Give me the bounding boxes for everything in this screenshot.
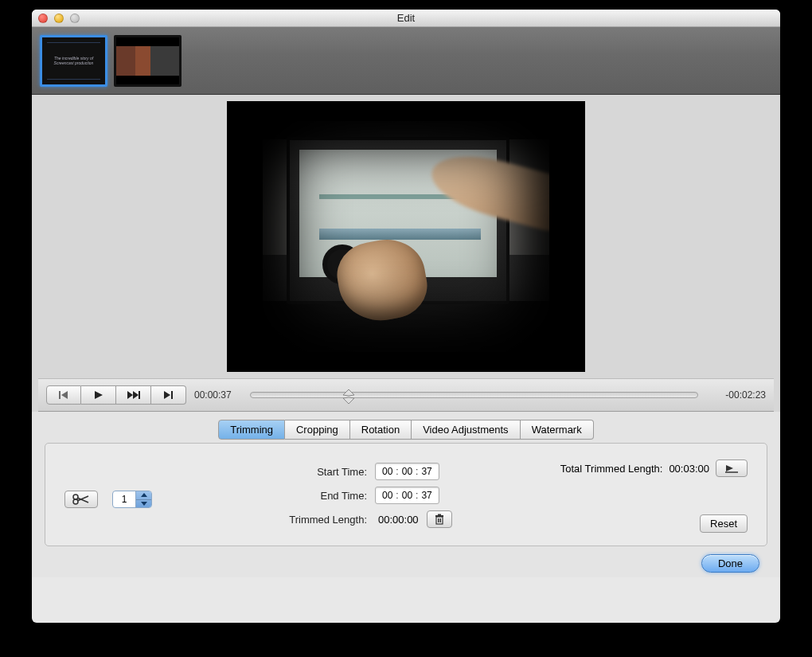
add-trim-segment-button[interactable] [64,491,98,508]
trimmed-length-value: 00:00:00 [375,514,419,526]
end-hh: 00 [382,490,392,501]
skip-back-icon [58,390,69,400]
remaining-time-label: -00:02:23 [706,389,766,401]
minimize-window-button[interactable] [54,14,64,23]
preview-trim-button[interactable] [716,460,748,477]
delete-segment-button[interactable] [427,510,452,528]
svg-point-11 [73,499,78,504]
timeline-slider[interactable] [250,392,698,398]
start-time-label: Start Time: [248,466,375,478]
svg-marker-2 [95,391,103,399]
scissors-icon [72,494,90,505]
transport-buttons [46,385,186,405]
window-title: Edit [32,12,780,24]
editor-tabs-panel: Trimming Cropping Rotation Video Adjustm… [32,412,780,577]
total-trimmed-length-label: Total Trimmed Length: [560,463,663,475]
svg-rect-7 [171,391,173,399]
end-ss: 37 [421,490,431,501]
edit-window: Edit The incredible story of Screencast … [32,10,780,623]
svg-marker-8 [343,389,354,396]
clip-thumbnail-1-preview: The incredible story of Screencast produ… [47,42,100,80]
segment-stepper-value: 1 [113,491,135,507]
segment-stepper[interactable]: 1 [112,491,152,508]
video-preview-area: 00:00:37 -00:02:23 [32,95,780,412]
play-preview-icon [724,463,740,473]
segment-stepper-up[interactable] [136,491,151,500]
next-frame-button[interactable] [116,385,151,405]
start-hh: 00 [382,466,392,477]
timeline-playhead[interactable] [340,388,357,405]
editor-tabs: Trimming Cropping Rotation Video Adjustm… [38,420,774,440]
clip-thumbnail-2-preview [116,37,179,84]
svg-rect-18 [435,515,443,517]
tab-watermark[interactable]: Watermark [521,420,594,440]
titlebar: Edit [32,10,780,27]
reset-button[interactable]: Reset [700,514,748,533]
play-button[interactable] [81,385,116,405]
next-frame-icon [127,390,141,400]
start-time-input[interactable]: 00: 00: 37 [375,463,439,480]
end-time-label: End Time: [248,490,375,502]
video-preview-frame [227,101,585,372]
trash-icon [434,514,445,525]
svg-marker-4 [133,391,139,399]
svg-point-10 [73,495,78,499]
clip-thumbnail-2[interactable] [114,35,182,87]
svg-marker-6 [164,391,170,399]
close-window-button[interactable] [38,14,48,23]
trimming-panel: 1 Start Time: 00: 00: 37 [45,443,767,546]
skip-end-button[interactable] [151,385,186,405]
play-icon [94,390,103,400]
tab-trimming[interactable]: Trimming [218,420,285,440]
total-trimmed-length-value: 00:03:00 [669,463,709,475]
trimmed-length-label: Trimmed Length: [248,514,375,526]
playback-controls: 00:00:37 -00:02:23 [38,378,774,412]
svg-marker-9 [343,397,354,404]
end-time-input[interactable]: 00: 00: 37 [375,487,439,504]
clip-thumbnail-strip: The incredible story of Screencast produ… [32,27,780,95]
video-preview-content [263,121,549,352]
segment-stepper-down[interactable] [136,500,151,508]
svg-rect-19 [438,514,441,516]
svg-marker-20 [726,465,733,471]
tab-video-adjustments[interactable]: Video Adjustments [412,420,520,440]
done-button[interactable]: Done [701,554,759,573]
skip-forward-icon [163,390,174,400]
svg-marker-3 [127,391,133,399]
window-controls [32,14,80,23]
svg-marker-1 [61,391,68,399]
total-length-group: Total Trimmed Length: 00:03:00 [560,460,748,477]
tab-rotation[interactable]: Rotation [350,420,412,440]
start-ss: 37 [421,466,431,477]
svg-rect-0 [59,391,61,399]
dialog-footer: Done [38,546,774,573]
tab-cropping[interactable]: Cropping [285,420,350,440]
start-mm: 00 [402,466,412,477]
svg-rect-5 [139,391,140,399]
current-time-label: 00:00:37 [194,389,242,401]
end-mm: 00 [402,490,412,501]
prev-frame-button[interactable] [46,385,81,405]
clip-thumbnail-1[interactable]: The incredible story of Screencast produ… [40,35,107,87]
zoom-window-button [70,14,80,23]
